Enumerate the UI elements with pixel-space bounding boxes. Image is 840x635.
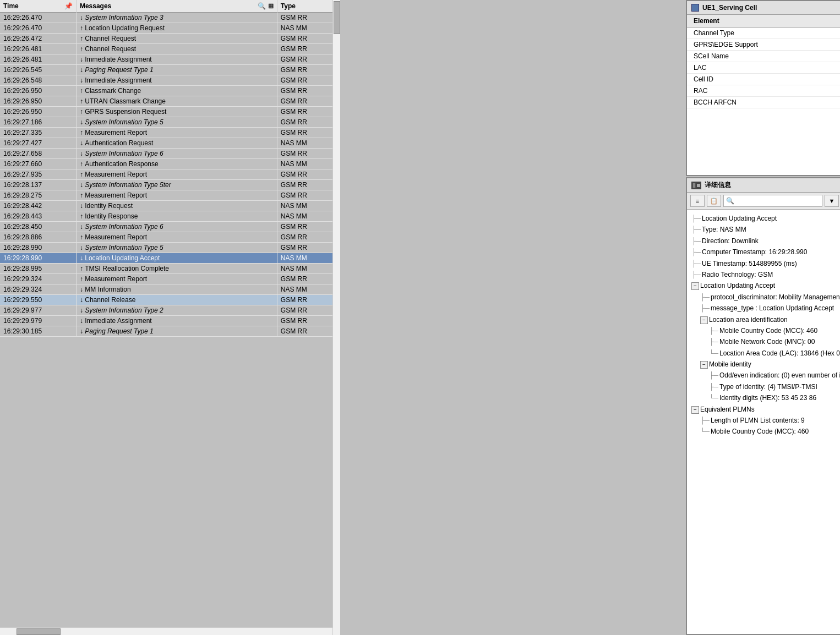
tree-item[interactable]: ├─Odd/even indication: (0) even number o… [691, 370, 840, 381]
table-row[interactable]: 16:29:27.335↑ Measurement ReportGSM RR [0, 128, 332, 138]
toolbar-btn2[interactable]: 📋 [707, 195, 721, 207]
table-row[interactable]: 16:29:26.470↑ Location Updating RequestN… [0, 23, 332, 34]
tree-item[interactable]: └─Location Area Code (LAC): 13846 (Hex 0… [691, 348, 840, 359]
table-row[interactable]: 16:29:26.472↑ Channel RequestGSM RR [0, 34, 332, 44]
detail-panel: 详细信息 ✕ ≡ 📋 🔍 ▼ ⊞ ├─Location Updating Acc… [686, 177, 840, 635]
cell-type: NAS MM [277, 138, 332, 149]
tree-item[interactable]: ├─message_type : Location Updating Accep… [691, 303, 840, 314]
collapse-icon[interactable]: − [691, 282, 699, 290]
tree-prefix: ├─ [709, 338, 718, 346]
message-text: Authentication Response [85, 160, 158, 168]
tree-item[interactable]: −Equivalent PLMNs [691, 404, 840, 415]
arrow-up-icon: ↑ [80, 265, 85, 272]
tree-item[interactable]: ├─Mobile Network Code (MNC): 00 [691, 336, 840, 347]
table-row[interactable]: 16:29:26.481↑ Channel RequestGSM RR [0, 44, 332, 54]
detail-search-input[interactable] [734, 198, 820, 204]
table-row[interactable]: 16:29:26.950↑ GPRS Suspension RequestGSM… [0, 107, 332, 117]
tree-item[interactable]: ├─Location Updating Accept [691, 213, 840, 224]
vertical-scrollbar-left[interactable] [332, 0, 340, 635]
ue1-table-wrap[interactable]: Element Value Channel TypeSDCCH 8GPRS\ED… [687, 15, 840, 175]
tree-prefix: ├─ [691, 248, 701, 256]
table-row[interactable]: 16:29:28.442↓ Identity RequestNAS MM [0, 201, 332, 211]
cell-time: 16:29:29.550 [0, 295, 76, 305]
pin-icon[interactable]: 📌 [64, 2, 73, 10]
horizontal-scrollbar[interactable] [0, 627, 332, 635]
table-row[interactable]: 16:29:29.979↓ Immediate AssignmentGSM RR [0, 316, 332, 326]
table-row[interactable]: 16:29:29.550↓ Channel ReleaseGSM RR [0, 295, 332, 305]
cell-message: ↓ System Information Type 6 [76, 222, 277, 232]
toolbar-btn1[interactable]: ≡ [690, 195, 705, 207]
table-row[interactable]: 16:29:27.658↓ System Information Type 6G… [0, 149, 332, 159]
tree-item-text: Computer Timestamp: 16:29:28.990 [702, 248, 807, 256]
search-glass-icon: 🔍 [726, 197, 734, 205]
cell-message: ↓ Location Updating Accept [76, 253, 277, 264]
table-row[interactable]: 16:29:26.950↑ Classmark ChangeGSM RR [0, 86, 332, 96]
cell-type: GSM RR [277, 305, 332, 316]
info-row: Cell ID44872 [687, 74, 840, 85]
table-row[interactable]: 16:29:26.950↑ UTRAN Classmark ChangeGSM … [0, 96, 332, 107]
detail-search-box[interactable]: 🔍 [723, 195, 822, 207]
tree-item[interactable]: └─Mobile Country Code (MCC): 460 [691, 426, 840, 437]
cell-time: 16:29:28.442 [0, 201, 76, 211]
table-row[interactable]: 16:29:27.660↑ Authentication ResponseNAS… [0, 159, 332, 169]
cell-message: ↓ MM Information [76, 284, 277, 295]
table-row[interactable]: 16:29:27.935↑ Measurement ReportGSM RR [0, 169, 332, 180]
table-row[interactable]: 16:29:28.990↓ System Information Type 5G… [0, 243, 332, 253]
cell-message: ↓ System Information Type 5ter [76, 180, 277, 190]
table-row[interactable]: 16:29:27.186↓ System Information Type 5G… [0, 117, 332, 128]
message-scroll-area[interactable]: Time 📌 Messages 🔍 ⊞ Type [0, 0, 332, 627]
message-text: Immediate Assignment [85, 56, 151, 63]
info-element: RAC [687, 85, 840, 97]
table-row[interactable]: 16:29:28.990↓ Location Updating AcceptNA… [0, 253, 332, 264]
table-row[interactable]: 16:29:29.324↓ MM InformationNAS MM [0, 284, 332, 295]
table-row[interactable]: 16:29:26.481↓ Immediate AssignmentGSM RR [0, 54, 332, 65]
table-row[interactable]: 16:29:28.886↑ Measurement ReportGSM RR [0, 232, 332, 243]
collapse-icon[interactable]: − [691, 406, 699, 414]
tree-item[interactable]: ├─Mobile Country Code (MCC): 460 [691, 325, 840, 336]
tree-item[interactable]: ├─Direction: Downlink [691, 236, 840, 247]
cell-message: ↑ Measurement Report [76, 274, 277, 284]
tree-item[interactable]: ├─UE Timestamp: 514889955 (ms) [691, 258, 840, 269]
table-row[interactable]: 16:29:28.275↑ Measurement ReportGSM RR [0, 190, 332, 201]
tree-item[interactable]: ├─Radio Technology: GSM [691, 269, 840, 280]
tree-item[interactable]: −Mobile identity [691, 359, 840, 370]
table-row[interactable]: 16:29:28.137↓ System Information Type 5t… [0, 180, 332, 190]
cell-message: ↑ Measurement Report [76, 190, 277, 201]
message-text: MM Information [85, 286, 130, 293]
horiz-scroll-thumb[interactable] [17, 628, 61, 635]
cell-time: 16:29:28.275 [0, 190, 76, 201]
cell-type: GSM RR [277, 169, 332, 180]
cell-time: 16:29:28.886 [0, 232, 76, 243]
table-row[interactable]: 16:29:30.185↓ Paging Request Type 1GSM R… [0, 326, 332, 337]
cell-type: GSM RR [277, 86, 332, 96]
tree-item[interactable]: ├─Type: NAS MM [691, 224, 840, 235]
table-row[interactable]: 16:29:28.995↑ TMSI Reallocation Complete… [0, 264, 332, 274]
table-row[interactable]: 16:29:26.470↓ System Information Type 3G… [0, 13, 332, 23]
tree-item[interactable]: └─Identity digits (HEX): 53 45 23 86 [691, 392, 840, 403]
table-row[interactable]: 16:29:28.443↑ Identity ResponseNAS MM [0, 211, 332, 222]
tree-item[interactable]: ├─Length of PLMN List contents: 9 [691, 415, 840, 426]
table-row[interactable]: 16:29:29.977↓ System Information Type 2G… [0, 305, 332, 316]
table-row[interactable]: 16:29:27.427↓ Authentication RequestNAS … [0, 138, 332, 149]
collapse-icon[interactable]: − [700, 361, 708, 369]
table-row[interactable]: 16:29:26.548↓ Immediate AssignmentGSM RR [0, 75, 332, 86]
tree-item[interactable]: ├─Type of identity: (4) TMSI/P-TMSI [691, 381, 840, 392]
scroll-thumb-left[interactable] [334, 1, 340, 34]
tree-item[interactable]: −Location area identification [691, 314, 840, 325]
tree-item[interactable]: ├─protocol_discriminator: Mobility Manag… [691, 292, 840, 303]
collapse-icon[interactable]: − [700, 316, 708, 324]
tree-item[interactable]: ├─Computer Timestamp: 16:29:28.990 [691, 247, 840, 258]
detail-tree[interactable]: ├─Location Updating Accept├─Type: NAS MM… [687, 210, 840, 634]
cell-type: GSM RR [277, 243, 332, 253]
table-row[interactable]: 16:29:29.324↑ Measurement ReportGSM RR [0, 274, 332, 284]
tree-item-text: Location Updating Accept [700, 282, 775, 289]
search-icon[interactable]: 🔍 [258, 2, 266, 10]
table-row[interactable]: 16:29:26.545↓ Paging Request Type 1GSM R… [0, 65, 332, 75]
toolbar-dropdown-btn[interactable]: ▼ [825, 195, 839, 207]
grid-icon[interactable]: ⊞ [268, 2, 274, 10]
tree-item[interactable]: −Location Updating Accept [691, 280, 840, 291]
tree-item-text: Location area identification [709, 316, 788, 324]
message-text: Identity Response [85, 212, 138, 220]
table-row[interactable]: 16:29:28.450↓ System Information Type 6G… [0, 222, 332, 232]
cell-message: ↓ Paging Request Type 1 [76, 65, 277, 75]
